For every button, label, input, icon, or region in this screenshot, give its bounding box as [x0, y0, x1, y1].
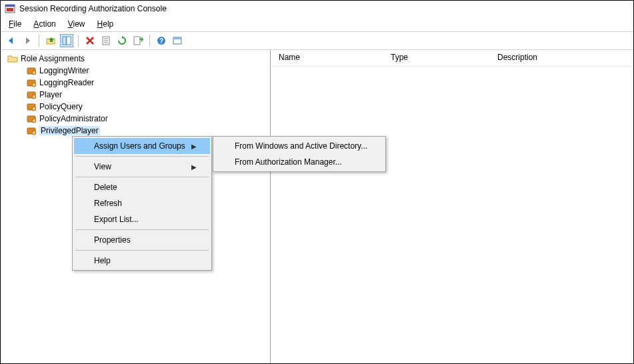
svg-point-16 — [32, 71, 36, 75]
column-description[interactable]: Description — [497, 53, 633, 62]
tree-item-privilegedplayer[interactable]: PrivilegedPlayer — [25, 125, 270, 137]
svg-point-24 — [32, 119, 36, 123]
context-menu: Assign Users and Groups ▶ View ▶ Delete … — [72, 136, 212, 271]
tree-item-policyquery[interactable]: PolicyQuery — [25, 101, 270, 113]
role-icon — [26, 77, 37, 88]
ctx-label: Delete — [94, 183, 117, 192]
properties-button[interactable] — [99, 34, 113, 47]
tree-item-label: PolicyQuery — [39, 102, 83, 111]
ctx-assign-users-groups[interactable]: Assign Users and Groups ▶ — [74, 138, 210, 154]
ctx-label: Export List... — [94, 215, 139, 224]
menubar: File Action View Help — [1, 17, 633, 32]
ctx-from-windows-ad[interactable]: From Windows and Active Directory... — [215, 138, 384, 154]
tree-item-label: Player — [39, 90, 62, 99]
ctx-label: From Windows and Active Directory... — [235, 141, 367, 151]
svg-point-18 — [32, 83, 36, 87]
svg-rect-2 — [7, 8, 13, 11]
tree-item-loggingwriter[interactable]: LoggingWriter — [25, 65, 270, 77]
ctx-separator — [75, 250, 209, 251]
svg-rect-1 — [5, 5, 15, 7]
forward-button[interactable] — [21, 34, 34, 47]
folder-icon — [7, 53, 18, 64]
tree-item-loggingreader[interactable]: LoggingReader — [25, 77, 270, 89]
export-button[interactable] — [131, 34, 145, 47]
list-pane: Name Type Description — [271, 50, 633, 363]
toolbar-separator — [78, 35, 79, 47]
ctx-label: Help — [94, 256, 111, 265]
tree-item-label: PolicyAdministrator — [39, 114, 108, 123]
menu-file[interactable]: File — [3, 18, 27, 30]
svg-point-26 — [32, 131, 36, 135]
ctx-view[interactable]: View ▶ — [74, 159, 210, 175]
submenu-arrow-icon: ▶ — [191, 143, 197, 150]
menu-file-rest: ile — [13, 19, 21, 29]
ctx-separator — [75, 177, 209, 177]
ctx-separator — [75, 156, 209, 157]
refresh-button[interactable] — [115, 34, 129, 47]
ctx-label: Refresh — [94, 199, 122, 208]
help-button[interactable]: ? — [155, 34, 168, 47]
column-type[interactable]: Type — [391, 53, 497, 62]
role-icon — [26, 113, 37, 124]
svg-rect-5 — [67, 37, 71, 45]
svg-point-22 — [32, 107, 36, 111]
context-submenu-assign: From Windows and Active Directory... Fro… — [213, 136, 386, 172]
column-name[interactable]: Name — [271, 53, 391, 62]
ctx-properties[interactable]: Properties — [74, 232, 210, 248]
toolbar: ? — [1, 32, 633, 50]
assign-button[interactable] — [171, 34, 184, 47]
menu-action[interactable]: Action — [28, 18, 61, 30]
ctx-export-list[interactable]: Export List... — [74, 211, 210, 227]
menu-view-rest: iew — [73, 19, 85, 29]
ctx-from-authz-manager[interactable]: From Authorization Manager... — [215, 154, 384, 170]
menu-action-rest: ction — [39, 19, 55, 29]
tree-item-label: LoggingWriter — [39, 66, 89, 75]
svg-rect-10 — [134, 37, 140, 45]
menu-view[interactable]: View — [63, 18, 91, 30]
role-icon — [26, 65, 37, 76]
ctx-label: View — [94, 162, 111, 171]
tree-item-player[interactable]: Player — [25, 89, 270, 101]
ctx-help[interactable]: Help — [74, 253, 210, 269]
toolbar-separator — [149, 35, 150, 47]
app-window: Session Recording Authorization Console … — [0, 0, 634, 364]
tree-item-label: LoggingReader — [39, 78, 94, 87]
svg-point-20 — [32, 95, 36, 99]
svg-rect-4 — [63, 37, 66, 45]
svg-rect-14 — [173, 37, 181, 39]
tree-item-label: PrivilegedPlayer — [39, 126, 100, 135]
role-icon — [26, 125, 37, 136]
role-icon — [26, 101, 37, 112]
show-hide-tree-button[interactable] — [60, 34, 73, 47]
ctx-refresh[interactable]: Refresh — [74, 195, 210, 211]
titlebar: Session Recording Authorization Console — [1, 1, 633, 17]
tree-root-label: Role Assignments — [21, 54, 85, 63]
tree-children: LoggingWriter LoggingReader Player — [6, 65, 270, 137]
delete-button[interactable] — [83, 34, 97, 47]
window-title: Session Recording Authorization Console — [19, 4, 167, 13]
menu-help-rest: elp — [103, 19, 113, 29]
toolbar-separator — [39, 35, 39, 47]
tree-item-policyadministrator[interactable]: PolicyAdministrator — [25, 113, 270, 125]
tree-root-node[interactable]: Role Assignments — [6, 53, 270, 65]
menu-help[interactable]: Help — [92, 18, 119, 30]
ctx-delete[interactable]: Delete — [74, 179, 210, 195]
list-header: Name Type Description — [271, 50, 633, 67]
back-button[interactable] — [5, 34, 18, 47]
svg-text:?: ? — [159, 37, 163, 45]
ctx-label: From Authorization Manager... — [235, 157, 342, 167]
ctx-label: Properties — [94, 235, 131, 245]
up-button[interactable] — [44, 34, 57, 47]
role-icon — [26, 89, 37, 100]
submenu-arrow-icon: ▶ — [191, 163, 197, 171]
app-icon — [5, 3, 15, 14]
ctx-label: Assign Users and Groups — [94, 141, 185, 151]
ctx-separator — [75, 229, 209, 230]
tree-root: Role Assignments LoggingWriter LoggingRe… — [1, 53, 270, 137]
